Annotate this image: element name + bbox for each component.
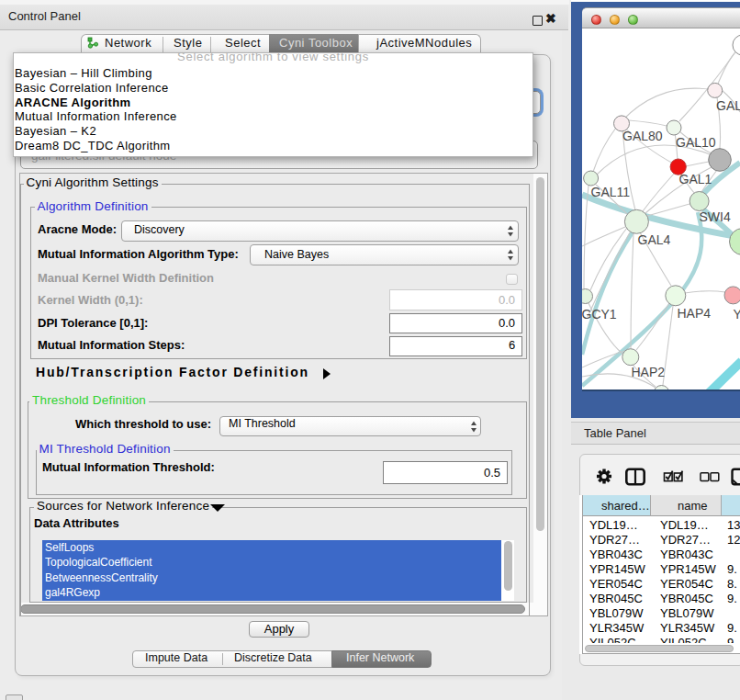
- svg-text:GAL11: GAL11: [591, 185, 631, 199]
- svg-text:SWI4: SWI4: [700, 209, 731, 224]
- svg-text:GAL80: GAL80: [622, 129, 663, 143]
- svg-text:GAL2: GAL2: [716, 98, 740, 113]
- svg-text:GAL4: GAL4: [638, 232, 671, 247]
- svg-text:GAL1: GAL1: [679, 172, 712, 186]
- svg-text:GCY1: GCY1: [582, 307, 617, 322]
- svg-text:YE: YE: [734, 307, 740, 322]
- svg-text:GAL10: GAL10: [676, 135, 716, 150]
- svg-text:HAP4: HAP4: [678, 306, 712, 321]
- svg-text:HAP2: HAP2: [632, 365, 666, 379]
